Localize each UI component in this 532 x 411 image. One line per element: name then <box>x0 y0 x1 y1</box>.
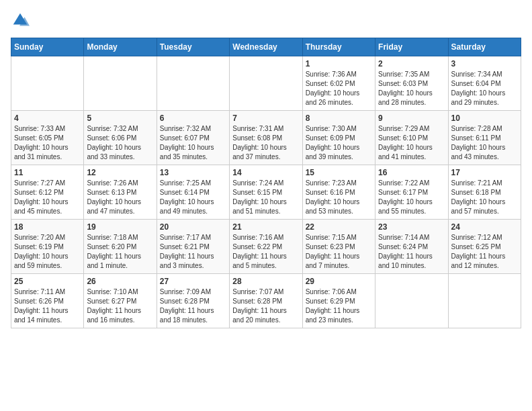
day-info: Sunrise: 7:29 AM Sunset: 6:10 PM Dayligh… <box>378 124 445 162</box>
day-info: Sunrise: 7:16 AM Sunset: 6:22 PM Dayligh… <box>232 233 299 271</box>
calendar-week-1: 1Sunrise: 7:36 AM Sunset: 6:02 PM Daylig… <box>11 56 521 111</box>
day-number: 27 <box>160 277 226 286</box>
calendar-cell: 27Sunrise: 7:09 AM Sunset: 6:28 PM Dayli… <box>157 274 229 328</box>
day-number: 6 <box>160 113 226 123</box>
calendar-header: SundayMondayTuesdayWednesdayThursdayFrid… <box>11 38 521 56</box>
calendar-cell: 25Sunrise: 7:11 AM Sunset: 6:26 PM Dayli… <box>11 274 84 328</box>
day-number: 28 <box>232 277 299 286</box>
day-number: 24 <box>451 222 518 232</box>
day-info: Sunrise: 7:17 AM Sunset: 6:21 PM Dayligh… <box>160 233 226 271</box>
calendar-cell: 11Sunrise: 7:27 AM Sunset: 6:12 PM Dayli… <box>11 165 84 220</box>
day-number: 23 <box>378 222 445 232</box>
day-number: 12 <box>87 168 153 177</box>
day-number: 5 <box>87 113 153 123</box>
day-number: 20 <box>160 222 226 232</box>
calendar-cell: 7Sunrise: 7:31 AM Sunset: 6:08 PM Daylig… <box>230 111 302 165</box>
header-cell-wednesday: Wednesday <box>230 38 302 56</box>
calendar-cell: 10Sunrise: 7:28 AM Sunset: 6:11 PM Dayli… <box>448 111 521 165</box>
day-info: Sunrise: 7:18 AM Sunset: 6:20 PM Dayligh… <box>87 233 153 271</box>
day-info: Sunrise: 7:14 AM Sunset: 6:24 PM Dayligh… <box>378 233 445 271</box>
day-info: Sunrise: 7:09 AM Sunset: 6:28 PM Dayligh… <box>160 287 226 325</box>
day-info: Sunrise: 7:33 AM Sunset: 6:05 PM Dayligh… <box>14 124 81 162</box>
calendar-cell: 16Sunrise: 7:22 AM Sunset: 6:17 PM Dayli… <box>375 165 448 220</box>
header-cell-monday: Monday <box>84 38 157 56</box>
day-info: Sunrise: 7:06 AM Sunset: 6:29 PM Dayligh… <box>306 287 372 325</box>
calendar-cell: 19Sunrise: 7:18 AM Sunset: 6:20 PM Dayli… <box>84 220 157 274</box>
day-info: Sunrise: 7:32 AM Sunset: 6:07 PM Dayligh… <box>160 124 226 162</box>
calendar-cell: 3Sunrise: 7:34 AM Sunset: 6:04 PM Daylig… <box>448 56 521 111</box>
day-info: Sunrise: 7:12 AM Sunset: 6:25 PM Dayligh… <box>451 233 518 271</box>
day-info: Sunrise: 7:22 AM Sunset: 6:17 PM Dayligh… <box>378 179 445 216</box>
day-number: 17 <box>451 168 518 177</box>
calendar-cell: 9Sunrise: 7:29 AM Sunset: 6:10 PM Daylig… <box>375 111 448 165</box>
day-info: Sunrise: 7:28 AM Sunset: 6:11 PM Dayligh… <box>451 124 518 162</box>
day-number: 15 <box>306 168 372 177</box>
day-info: Sunrise: 7:30 AM Sunset: 6:09 PM Dayligh… <box>306 124 372 162</box>
header-cell-friday: Friday <box>375 38 448 56</box>
calendar-cell <box>157 56 229 111</box>
day-info: Sunrise: 7:20 AM Sunset: 6:19 PM Dayligh… <box>14 233 81 271</box>
day-info: Sunrise: 7:31 AM Sunset: 6:08 PM Dayligh… <box>232 124 299 162</box>
day-number: 2 <box>378 59 445 68</box>
calendar-cell <box>230 56 302 111</box>
day-number: 19 <box>87 222 153 232</box>
calendar-table: SundayMondayTuesdayWednesdayThursdayFrid… <box>11 38 521 328</box>
day-number: 18 <box>14 222 81 232</box>
calendar-cell: 22Sunrise: 7:15 AM Sunset: 6:23 PM Dayli… <box>302 220 375 274</box>
day-info: Sunrise: 7:36 AM Sunset: 6:02 PM Dayligh… <box>306 70 372 107</box>
header-cell-saturday: Saturday <box>448 38 521 56</box>
calendar-week-3: 11Sunrise: 7:27 AM Sunset: 6:12 PM Dayli… <box>11 165 521 220</box>
calendar-cell: 13Sunrise: 7:25 AM Sunset: 6:14 PM Dayli… <box>157 165 229 220</box>
calendar-week-4: 18Sunrise: 7:20 AM Sunset: 6:19 PM Dayli… <box>11 220 521 274</box>
day-info: Sunrise: 7:32 AM Sunset: 6:06 PM Dayligh… <box>87 124 153 162</box>
day-number: 9 <box>378 113 445 123</box>
calendar-cell: 24Sunrise: 7:12 AM Sunset: 6:25 PM Dayli… <box>448 220 521 274</box>
day-number: 16 <box>378 168 445 177</box>
day-info: Sunrise: 7:15 AM Sunset: 6:23 PM Dayligh… <box>306 233 372 271</box>
calendar-cell <box>11 56 84 111</box>
day-number: 25 <box>14 277 81 286</box>
header-cell-sunday: Sunday <box>11 38 84 56</box>
calendar-cell: 15Sunrise: 7:23 AM Sunset: 6:16 PM Dayli… <box>302 165 375 220</box>
calendar-cell: 1Sunrise: 7:36 AM Sunset: 6:02 PM Daylig… <box>302 56 375 111</box>
calendar-cell: 28Sunrise: 7:07 AM Sunset: 6:28 PM Dayli… <box>230 274 302 328</box>
calendar-body: 1Sunrise: 7:36 AM Sunset: 6:02 PM Daylig… <box>11 56 521 328</box>
calendar-cell: 21Sunrise: 7:16 AM Sunset: 6:22 PM Dayli… <box>230 220 302 274</box>
calendar-cell: 8Sunrise: 7:30 AM Sunset: 6:09 PM Daylig… <box>302 111 375 165</box>
page-header <box>11 11 521 30</box>
calendar-cell: 29Sunrise: 7:06 AM Sunset: 6:29 PM Dayli… <box>302 274 375 328</box>
day-info: Sunrise: 7:23 AM Sunset: 6:16 PM Dayligh… <box>306 179 372 216</box>
calendar-week-5: 25Sunrise: 7:11 AM Sunset: 6:26 PM Dayli… <box>11 274 521 328</box>
day-number: 8 <box>306 113 372 123</box>
calendar-cell: 20Sunrise: 7:17 AM Sunset: 6:21 PM Dayli… <box>157 220 229 274</box>
day-number: 21 <box>232 222 299 232</box>
day-number: 22 <box>306 222 372 232</box>
calendar-cell: 18Sunrise: 7:20 AM Sunset: 6:19 PM Dayli… <box>11 220 84 274</box>
header-cell-tuesday: Tuesday <box>157 38 229 56</box>
calendar-cell: 12Sunrise: 7:26 AM Sunset: 6:13 PM Dayli… <box>84 165 157 220</box>
day-number: 11 <box>14 168 81 177</box>
calendar-cell: 26Sunrise: 7:10 AM Sunset: 6:27 PM Dayli… <box>84 274 157 328</box>
calendar-cell: 14Sunrise: 7:24 AM Sunset: 6:15 PM Dayli… <box>230 165 302 220</box>
calendar-cell: 4Sunrise: 7:33 AM Sunset: 6:05 PM Daylig… <box>11 111 84 165</box>
day-info: Sunrise: 7:24 AM Sunset: 6:15 PM Dayligh… <box>232 179 299 216</box>
calendar-cell: 17Sunrise: 7:21 AM Sunset: 6:18 PM Dayli… <box>448 165 521 220</box>
day-number: 3 <box>451 59 518 68</box>
day-number: 13 <box>160 168 226 177</box>
day-number: 29 <box>306 277 372 286</box>
header-cell-thursday: Thursday <box>302 38 375 56</box>
calendar-cell <box>84 56 157 111</box>
day-number: 7 <box>232 113 299 123</box>
day-number: 1 <box>306 59 372 68</box>
calendar-cell: 23Sunrise: 7:14 AM Sunset: 6:24 PM Dayli… <box>375 220 448 274</box>
calendar-cell <box>375 274 448 328</box>
header-row: SundayMondayTuesdayWednesdayThursdayFrid… <box>11 38 521 56</box>
day-number: 14 <box>232 168 299 177</box>
logo-icon <box>11 11 30 30</box>
calendar-cell: 5Sunrise: 7:32 AM Sunset: 6:06 PM Daylig… <box>84 111 157 165</box>
logo <box>11 11 32 30</box>
day-info: Sunrise: 7:26 AM Sunset: 6:13 PM Dayligh… <box>87 179 153 216</box>
day-info: Sunrise: 7:07 AM Sunset: 6:28 PM Dayligh… <box>232 287 299 325</box>
day-info: Sunrise: 7:10 AM Sunset: 6:27 PM Dayligh… <box>87 287 153 325</box>
day-info: Sunrise: 7:11 AM Sunset: 6:26 PM Dayligh… <box>14 287 81 325</box>
